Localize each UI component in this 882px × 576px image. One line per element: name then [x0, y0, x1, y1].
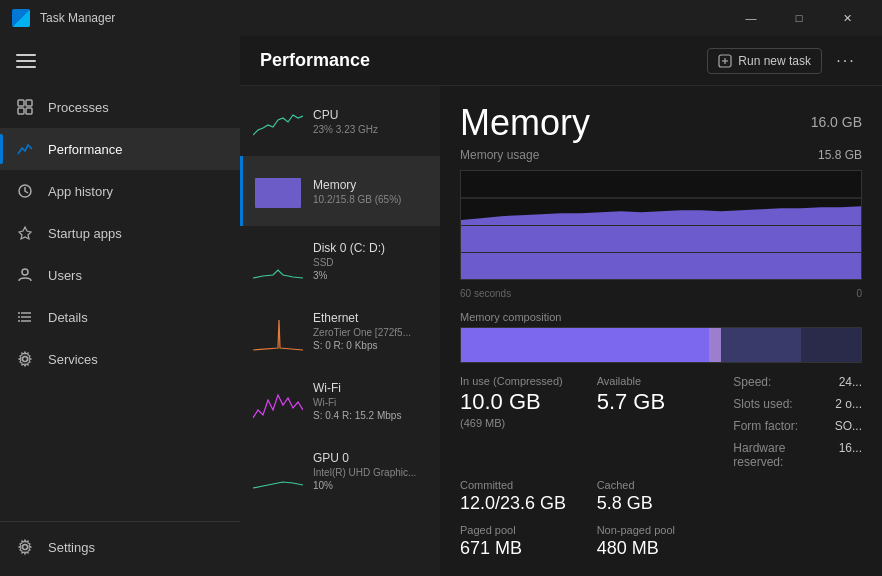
chart-bg: [461, 171, 861, 279]
startup-apps-label: Startup apps: [48, 226, 122, 241]
cpu-mini-chart: [253, 100, 303, 142]
form-label: Form factor:: [733, 419, 798, 433]
title-bar-left: Task Manager: [12, 9, 115, 27]
sidebar-item-startup-apps[interactable]: Startup apps: [0, 212, 240, 254]
non-paged-label: Non-paged pool: [597, 524, 726, 536]
form-row: Form factor: SO...: [733, 419, 862, 433]
comp-in-use: [461, 328, 709, 362]
slots-label: Slots used:: [733, 397, 792, 411]
settings-label: Settings: [48, 540, 95, 555]
settings-icon: [16, 538, 34, 556]
empty-cell: [733, 479, 862, 514]
right-stats: Speed: 24... Slots used: 2 o... Form fac…: [733, 375, 862, 469]
close-button[interactable]: ✕: [824, 3, 870, 33]
ethernet-name: Ethernet: [313, 311, 430, 325]
stat-non-paged: Non-paged pool 480 MB: [597, 524, 726, 559]
stat-in-use: In use (Compressed) 10.0 GB (469 MB): [460, 375, 589, 469]
memory-name: Memory: [313, 178, 430, 192]
gpu-name: GPU 0: [313, 451, 430, 465]
device-item-gpu[interactable]: GPU 0 Intel(R) UHD Graphic... 10%: [240, 436, 440, 506]
disk-sub: SSD: [313, 257, 430, 268]
grid-line-1: [461, 198, 861, 199]
app-history-label: App history: [48, 184, 113, 199]
form-value: SO...: [835, 419, 862, 433]
run-new-task-button[interactable]: Run new task: [707, 48, 822, 74]
detail-total: 16.0 GB: [811, 114, 862, 130]
gpu-mini-chart: [253, 450, 303, 492]
grid-icon: [16, 98, 34, 116]
sidebar-item-app-history[interactable]: App history: [0, 170, 240, 212]
maximize-button[interactable]: □: [776, 3, 822, 33]
sidebar-item-performance[interactable]: Performance: [0, 128, 240, 170]
sidebar-item-settings[interactable]: Settings: [0, 526, 240, 568]
stat-cached: Cached 5.8 GB: [597, 479, 726, 514]
wifi-mini-chart: [253, 380, 303, 422]
sidebar-header: [0, 36, 240, 86]
cpu-name: CPU: [313, 108, 430, 122]
cpu-sub: 23% 3.23 GHz: [313, 124, 430, 135]
gear-icon: [16, 350, 34, 368]
wifi-val: S: 0.4 R: 15.2 Mbps: [313, 410, 430, 421]
speed-label: Speed:: [733, 375, 771, 389]
device-item-memory[interactable]: Memory 10.2/15.8 GB (65%): [240, 156, 440, 226]
hardware-label: Hardware reserved:: [733, 441, 838, 469]
svg-point-12: [23, 357, 28, 362]
slots-value: 2 o...: [835, 397, 862, 411]
disk-info: Disk 0 (C: D:) SSD 3%: [313, 241, 430, 281]
minimize-button[interactable]: —: [728, 3, 774, 33]
cpu-info: CPU 23% 3.23 GHz: [313, 108, 430, 135]
hardware-row: Hardware reserved: 16...: [733, 441, 862, 469]
chart-right-label: 0: [856, 288, 862, 299]
usage-label: Memory usage: [460, 148, 539, 162]
startup-icon: [16, 224, 34, 242]
available-label: Available: [597, 375, 726, 387]
hardware-value: 16...: [839, 441, 862, 469]
sidebar-divider: [0, 521, 240, 522]
sidebar-item-users[interactable]: Users: [0, 254, 240, 296]
services-label: Services: [48, 352, 98, 367]
ethernet-sub: ZeroTier One [272f5...: [313, 327, 430, 338]
user-icon: [16, 266, 34, 284]
content-header: Performance Run new task ···: [240, 36, 882, 86]
grid-line-3: [461, 252, 861, 253]
clock-icon: [16, 182, 34, 200]
memory-usage-chart: [460, 170, 862, 280]
composition-bar: [460, 327, 862, 363]
device-list: CPU 23% 3.23 GHz Memory 10.2/15.8 GB (65…: [240, 86, 440, 576]
usage-value: 15.8 GB: [818, 148, 862, 162]
device-item-cpu[interactable]: CPU 23% 3.23 GHz: [240, 86, 440, 156]
memory-sub: 10.2/15.8 GB (65%): [313, 194, 430, 205]
performance-label: Performance: [48, 142, 122, 157]
more-options-button[interactable]: ···: [830, 45, 862, 77]
svg-point-13: [23, 545, 28, 550]
gpu-info: GPU 0 Intel(R) UHD Graphic... 10%: [313, 451, 430, 491]
page-title: Performance: [260, 50, 370, 71]
device-item-ethernet[interactable]: Ethernet ZeroTier One [272f5... S: 0 R: …: [240, 296, 440, 366]
hamburger-menu[interactable]: [16, 54, 36, 68]
list-icon: [16, 308, 34, 326]
device-item-disk[interactable]: Disk 0 (C: D:) SSD 3%: [240, 226, 440, 296]
device-item-wifi[interactable]: Wi-Fi Wi-Fi S: 0.4 R: 15.2 Mbps: [240, 366, 440, 436]
sidebar-item-processes[interactable]: Processes: [0, 86, 240, 128]
stat-committed: Committed 12.0/23.6 GB: [460, 479, 589, 514]
ethernet-mini-chart: [253, 310, 303, 352]
cached-value: 5.8 GB: [597, 493, 726, 514]
details-label: Details: [48, 310, 88, 325]
detail-header: Memory 16.0 GB: [460, 102, 862, 144]
disk-mini-chart: [253, 240, 303, 282]
svg-point-10: [18, 316, 20, 318]
chart-labels: 60 seconds 0: [460, 288, 862, 299]
speed-row: Speed: 24...: [733, 375, 862, 389]
sidebar: Processes Performance App history Startu…: [0, 36, 240, 576]
memory-info: Memory 10.2/15.8 GB (65%): [313, 178, 430, 205]
sidebar-item-services[interactable]: Services: [0, 338, 240, 380]
detail-usage-row: Memory usage 15.8 GB: [460, 148, 862, 162]
svg-rect-0: [18, 100, 24, 106]
stat-available: Available 5.7 GB: [597, 375, 726, 469]
sidebar-item-details[interactable]: Details: [0, 296, 240, 338]
users-label: Users: [48, 268, 82, 283]
disk-name: Disk 0 (C: D:): [313, 241, 430, 255]
app-icon: [12, 9, 30, 27]
chart-icon: [16, 140, 34, 158]
slots-row: Slots used: 2 o...: [733, 397, 862, 411]
